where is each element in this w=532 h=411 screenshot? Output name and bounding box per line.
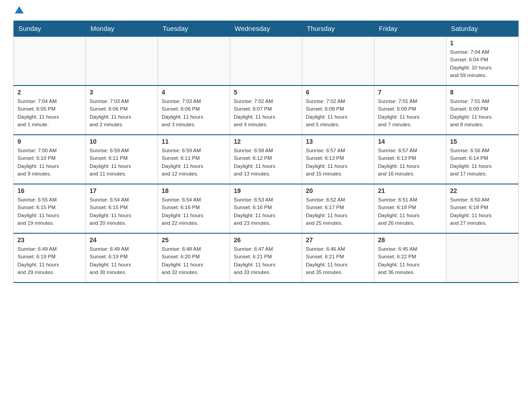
week-row-3: 9Sunrise: 7:00 AMSunset: 6:10 PMDaylight… (14, 135, 519, 184)
day-cell: 20Sunrise: 6:52 AMSunset: 6:17 PMDayligh… (302, 184, 374, 233)
day-cell (302, 36, 374, 86)
day-number: 4 (162, 89, 226, 96)
day-number: 9 (17, 138, 82, 145)
weekday-header-tuesday: Tuesday (158, 21, 230, 37)
day-number: 15 (450, 138, 515, 145)
day-cell: 9Sunrise: 7:00 AMSunset: 6:10 PMDaylight… (14, 135, 86, 184)
day-info: Sunrise: 6:45 AMSunset: 6:22 PMDaylight:… (378, 245, 442, 276)
day-info: Sunrise: 6:57 AMSunset: 6:13 PMDaylight:… (378, 147, 442, 178)
day-cell: 18Sunrise: 6:54 AMSunset: 6:16 PMDayligh… (158, 184, 230, 233)
day-cell: 3Sunrise: 7:03 AMSunset: 6:06 PMDaylight… (86, 86, 158, 135)
day-info: Sunrise: 6:47 AMSunset: 6:21 PMDaylight:… (234, 245, 298, 276)
day-info: Sunrise: 7:03 AMSunset: 6:06 PMDaylight:… (162, 98, 226, 128)
weekday-header-row: SundayMondayTuesdayWednesdayThursdayFrid… (14, 21, 519, 37)
day-number: 6 (306, 89, 370, 96)
calendar-table: SundayMondayTuesdayWednesdayThursdayFrid… (13, 21, 519, 283)
day-info: Sunrise: 6:54 AMSunset: 6:15 PMDaylight:… (90, 196, 154, 227)
day-cell: 8Sunrise: 7:01 AMSunset: 6:09 PMDaylight… (446, 86, 519, 135)
day-number: 2 (17, 89, 82, 96)
day-cell (14, 36, 86, 86)
logo (13, 9, 24, 16)
day-number: 24 (90, 236, 154, 244)
day-info: Sunrise: 6:48 AMSunset: 6:20 PMDaylight:… (162, 245, 226, 276)
weekday-header-thursday: Thursday (302, 21, 374, 37)
day-info: Sunrise: 7:02 AMSunset: 6:08 PMDaylight:… (306, 98, 370, 128)
day-cell (446, 233, 519, 283)
day-cell: 24Sunrise: 6:49 AMSunset: 6:19 PMDayligh… (86, 233, 158, 283)
day-cell: 17Sunrise: 6:54 AMSunset: 6:15 PMDayligh… (86, 184, 158, 233)
day-number: 10 (90, 138, 154, 145)
day-cell: 21Sunrise: 6:51 AMSunset: 6:18 PMDayligh… (374, 184, 446, 233)
day-number: 17 (90, 187, 154, 194)
day-cell: 4Sunrise: 7:03 AMSunset: 6:06 PMDaylight… (158, 86, 230, 135)
day-info: Sunrise: 6:57 AMSunset: 6:13 PMDaylight:… (306, 147, 370, 178)
day-cell: 25Sunrise: 6:48 AMSunset: 6:20 PMDayligh… (158, 233, 230, 283)
day-info: Sunrise: 6:51 AMSunset: 6:18 PMDaylight:… (378, 196, 442, 227)
weekday-header-saturday: Saturday (446, 21, 519, 37)
day-cell: 19Sunrise: 6:53 AMSunset: 6:16 PMDayligh… (230, 184, 302, 233)
day-number: 27 (306, 236, 370, 244)
day-cell: 12Sunrise: 6:58 AMSunset: 6:12 PMDayligh… (230, 135, 302, 184)
day-cell (374, 36, 446, 86)
day-info: Sunrise: 6:53 AMSunset: 6:16 PMDaylight:… (234, 196, 298, 227)
day-number: 16 (17, 187, 82, 194)
day-info: Sunrise: 6:49 AMSunset: 6:19 PMDaylight:… (17, 245, 82, 276)
weekday-header-friday: Friday (374, 21, 446, 37)
day-cell: 6Sunrise: 7:02 AMSunset: 6:08 PMDaylight… (302, 86, 374, 135)
day-info: Sunrise: 6:54 AMSunset: 6:16 PMDaylight:… (162, 196, 226, 227)
day-info: Sunrise: 7:03 AMSunset: 6:06 PMDaylight:… (90, 98, 154, 128)
day-cell: 5Sunrise: 7:02 AMSunset: 6:07 PMDaylight… (230, 86, 302, 135)
day-number: 19 (234, 187, 298, 194)
day-number: 18 (162, 187, 226, 194)
day-number: 23 (17, 236, 82, 244)
day-info: Sunrise: 6:49 AMSunset: 6:19 PMDaylight:… (90, 245, 154, 276)
day-info: Sunrise: 6:58 AMSunset: 6:12 PMDaylight:… (234, 147, 298, 178)
day-cell: 27Sunrise: 6:46 AMSunset: 6:21 PMDayligh… (302, 233, 374, 283)
day-info: Sunrise: 6:52 AMSunset: 6:17 PMDaylight:… (306, 196, 370, 227)
day-number: 21 (378, 187, 442, 194)
week-row-4: 16Sunrise: 6:55 AMSunset: 6:15 PMDayligh… (14, 184, 519, 233)
day-cell (86, 36, 158, 86)
day-cell: 11Sunrise: 6:59 AMSunset: 6:11 PMDayligh… (158, 135, 230, 184)
day-number: 20 (306, 187, 370, 194)
day-number: 22 (450, 187, 515, 194)
day-number: 7 (378, 89, 442, 96)
day-info: Sunrise: 6:46 AMSunset: 6:21 PMDaylight:… (306, 245, 370, 276)
day-info: Sunrise: 7:04 AMSunset: 6:05 PMDaylight:… (17, 98, 82, 128)
day-cell: 15Sunrise: 6:56 AMSunset: 6:14 PMDayligh… (446, 135, 519, 184)
day-cell: 13Sunrise: 6:57 AMSunset: 6:13 PMDayligh… (302, 135, 374, 184)
week-row-2: 2Sunrise: 7:04 AMSunset: 6:05 PMDaylight… (14, 86, 519, 135)
day-cell (230, 36, 302, 86)
day-info: Sunrise: 6:55 AMSunset: 6:15 PMDaylight:… (17, 196, 82, 227)
day-number: 13 (306, 138, 370, 145)
weekday-header-sunday: Sunday (14, 21, 86, 37)
day-cell: 26Sunrise: 6:47 AMSunset: 6:21 PMDayligh… (230, 233, 302, 283)
day-cell: 16Sunrise: 6:55 AMSunset: 6:15 PMDayligh… (14, 184, 86, 233)
day-cell: 14Sunrise: 6:57 AMSunset: 6:13 PMDayligh… (374, 135, 446, 184)
week-row-5: 23Sunrise: 6:49 AMSunset: 6:19 PMDayligh… (14, 233, 519, 283)
day-info: Sunrise: 7:01 AMSunset: 6:09 PMDaylight:… (450, 98, 515, 128)
day-cell: 22Sunrise: 6:50 AMSunset: 6:18 PMDayligh… (446, 184, 519, 233)
day-info: Sunrise: 7:01 AMSunset: 6:09 PMDaylight:… (378, 98, 442, 128)
day-number: 1 (450, 39, 515, 47)
day-info: Sunrise: 6:59 AMSunset: 6:11 PMDaylight:… (162, 147, 226, 178)
day-info: Sunrise: 7:02 AMSunset: 6:07 PMDaylight:… (234, 98, 298, 128)
day-info: Sunrise: 7:00 AMSunset: 6:10 PMDaylight:… (17, 147, 82, 178)
day-number: 11 (162, 138, 226, 145)
day-info: Sunrise: 6:59 AMSunset: 6:11 PMDaylight:… (90, 147, 154, 178)
day-number: 3 (90, 89, 154, 96)
day-cell: 23Sunrise: 6:49 AMSunset: 6:19 PMDayligh… (14, 233, 86, 283)
day-info: Sunrise: 6:50 AMSunset: 6:18 PMDaylight:… (450, 196, 515, 227)
day-number: 8 (450, 89, 515, 96)
day-cell: 2Sunrise: 7:04 AMSunset: 6:05 PMDaylight… (14, 86, 86, 135)
day-number: 12 (234, 138, 298, 145)
day-number: 14 (378, 138, 442, 145)
logo-triangle-icon (15, 6, 24, 13)
day-number: 25 (162, 236, 226, 244)
week-row-1: 1Sunrise: 7:04 AMSunset: 6:04 PMDaylight… (14, 36, 519, 86)
weekday-header-monday: Monday (86, 21, 158, 37)
day-number: 28 (378, 236, 442, 244)
day-info: Sunrise: 7:04 AMSunset: 6:04 PMDaylight:… (450, 48, 515, 79)
day-number: 26 (234, 236, 298, 244)
day-cell (158, 36, 230, 86)
